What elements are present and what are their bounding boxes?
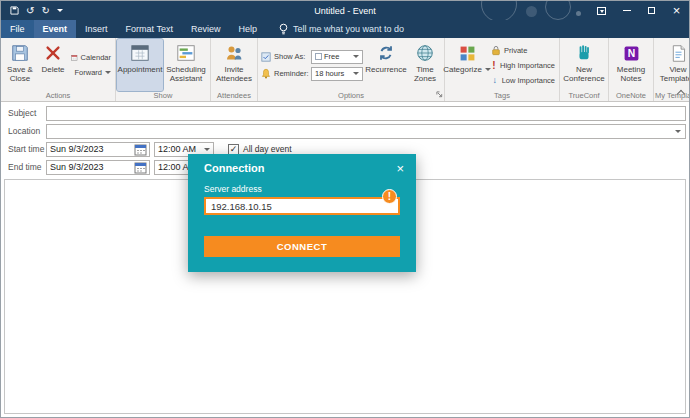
save-icon[interactable] xyxy=(10,6,19,15)
group-label-trueconf: TrueConf xyxy=(561,91,607,101)
new-conference-label: New Conference xyxy=(563,65,605,83)
categorize-icon xyxy=(458,41,477,65)
subject-input[interactable] xyxy=(47,107,685,120)
window-title: Untitled - Event xyxy=(1,6,689,16)
delete-label: Delete xyxy=(41,65,64,74)
start-date-input[interactable] xyxy=(47,143,134,156)
show-as-label: Show As: xyxy=(274,52,308,61)
save-close-button[interactable]: Save & Close xyxy=(2,39,38,91)
all-day-checkbox[interactable]: ✓ xyxy=(228,144,239,155)
server-address-field: ! xyxy=(204,197,400,215)
calendar-button[interactable]: Calendar xyxy=(69,51,113,64)
start-date-picker-icon[interactable] xyxy=(134,143,147,156)
onenote-icon: N xyxy=(622,41,641,65)
lock-icon xyxy=(491,45,501,56)
dialog-close-icon[interactable]: × xyxy=(396,162,404,175)
subject-field-box xyxy=(46,106,686,121)
ribbon-group-trueconf: New Conference TrueConf xyxy=(560,38,609,101)
forward-dropdown-caret xyxy=(105,71,111,74)
options-dialog-launcher-icon[interactable] xyxy=(436,90,443,100)
scheduling-assistant-label: Scheduling Assistant xyxy=(165,65,207,83)
start-time-caret[interactable] xyxy=(204,148,210,151)
ribbon-display-options-icon xyxy=(597,7,606,15)
connect-button[interactable]: CONNECT xyxy=(204,236,400,257)
categorize-button[interactable]: Categorize xyxy=(446,39,488,91)
meeting-notes-button[interactable]: N Meeting Notes xyxy=(610,39,652,91)
appointment-button[interactable]: Appointment xyxy=(117,39,163,91)
tab-insert[interactable]: Insert xyxy=(76,20,117,38)
low-importance-icon: ↓ xyxy=(491,75,499,85)
tab-help[interactable]: Help xyxy=(229,20,266,38)
high-importance-button[interactable]: ! High Importance xyxy=(489,59,557,72)
lightbulb-icon xyxy=(278,23,289,35)
view-templates-icon xyxy=(669,41,688,65)
tab-format-text[interactable]: Format Text xyxy=(117,20,182,38)
qat-customize-caret-icon[interactable] xyxy=(57,9,63,12)
low-importance-button[interactable]: ↓ Low Importance xyxy=(489,74,557,87)
delete-button[interactable]: Delete xyxy=(38,39,68,91)
private-label: Private xyxy=(504,46,527,55)
reminder-label: Reminder: xyxy=(274,69,308,78)
maximize-button[interactable] xyxy=(639,1,664,20)
close-button[interactable]: × xyxy=(664,1,689,20)
server-address-input[interactable] xyxy=(204,197,400,215)
recurrence-button[interactable]: Recurrence xyxy=(365,39,407,91)
location-label: Location xyxy=(4,126,46,136)
all-day-label: All day event xyxy=(243,144,292,154)
appointment-label: Appointment xyxy=(118,65,163,74)
scheduling-assistant-button[interactable]: Scheduling Assistant xyxy=(163,39,209,91)
time-zones-label: Time Zones xyxy=(409,65,441,83)
reminder-select[interactable]: 18 hours xyxy=(311,67,363,81)
group-label-options: Options xyxy=(259,91,443,101)
reminder-value: 18 hours xyxy=(315,69,344,78)
tab-event[interactable]: Event xyxy=(34,20,77,38)
location-dropdown-caret[interactable] xyxy=(675,130,681,133)
location-input[interactable] xyxy=(47,125,675,138)
maximize-icon xyxy=(648,7,655,14)
warning-icon: ! xyxy=(382,189,397,204)
invite-attendees-icon xyxy=(224,41,244,65)
free-status-icon xyxy=(315,53,322,60)
time-zones-button[interactable]: Time Zones xyxy=(407,39,443,91)
new-conference-button[interactable]: New Conference xyxy=(561,39,607,91)
forward-button[interactable]: Forward xyxy=(69,66,113,79)
calendar-label: Calendar xyxy=(81,53,111,62)
tab-review[interactable]: Review xyxy=(182,20,230,38)
scheduling-assistant-icon xyxy=(176,41,196,65)
titlebar: ↺ ↻ Untitled - Event × xyxy=(1,1,689,20)
ribbon-tab-bar: File Event Insert Format Text Review Hel… xyxy=(1,20,689,38)
ribbon-display-options-button[interactable] xyxy=(589,1,614,20)
location-field-box xyxy=(46,124,686,139)
group-label-onenote: OneNote xyxy=(610,91,652,101)
redo-icon[interactable]: ↻ xyxy=(41,6,49,16)
end-time-label: End time xyxy=(4,162,46,172)
start-date-box xyxy=(46,142,150,157)
undo-icon[interactable]: ↺ xyxy=(26,6,34,16)
minimize-button[interactable] xyxy=(614,1,639,20)
tell-me-label: Tell me what you want to do xyxy=(293,24,404,34)
recurrence-icon xyxy=(376,41,396,65)
end-date-input[interactable] xyxy=(47,161,134,174)
tell-me-box[interactable]: Tell me what you want to do xyxy=(278,20,404,38)
tab-file[interactable]: File xyxy=(1,20,34,38)
window-controls: × xyxy=(589,1,689,20)
view-templates-button[interactable]: View Templates xyxy=(655,39,689,91)
show-as-icon xyxy=(261,52,271,62)
minimize-icon xyxy=(623,10,631,11)
end-date-picker-icon[interactable] xyxy=(134,161,147,174)
show-as-caret xyxy=(353,55,359,58)
invite-attendees-button[interactable]: Invite Attendees xyxy=(212,39,256,91)
ribbon: Save & Close Delete Calendar Forward xyxy=(1,38,689,102)
start-time-label: Start time xyxy=(4,144,46,154)
show-as-select[interactable]: Free xyxy=(311,50,363,64)
forward-label: Forward xyxy=(74,68,102,77)
high-importance-icon: ! xyxy=(491,60,497,71)
ribbon-group-options: Show As: Free Reminder: 18 hours xyxy=(258,38,445,101)
ribbon-group-show: Appointment Scheduling Assistant Show xyxy=(116,38,211,101)
private-button[interactable]: Private xyxy=(489,44,557,57)
group-label-attendees: Attendees xyxy=(212,91,256,101)
meeting-notes-label: Meeting Notes xyxy=(612,65,650,83)
new-conference-hand-icon xyxy=(574,41,594,65)
server-address-label: Server address xyxy=(204,184,400,194)
appointment-icon xyxy=(130,41,150,65)
